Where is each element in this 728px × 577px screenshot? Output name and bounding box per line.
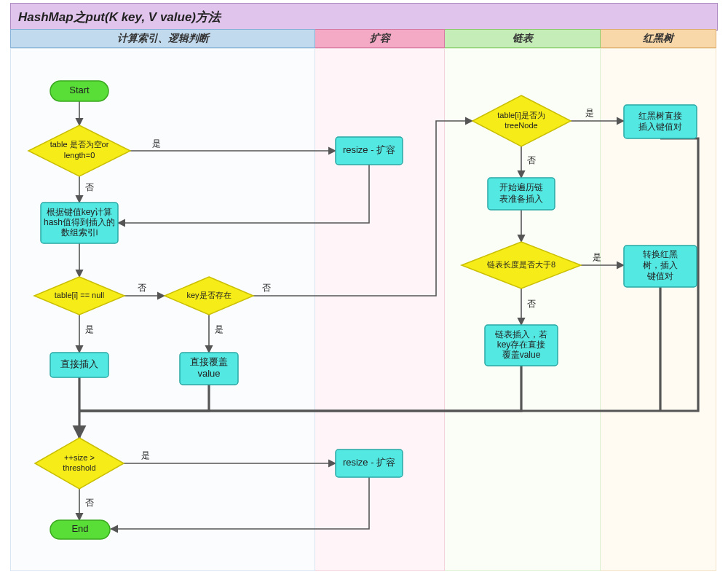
- svg-text:红黑树直接: 红黑树直接: [638, 111, 682, 121]
- svg-text:threshold: threshold: [63, 463, 95, 472]
- svg-text:hash值得到插入的: hash值得到插入的: [44, 217, 115, 227]
- svg-text:键值对: 键值对: [646, 271, 673, 281]
- svg-text:开始遍历链: 开始遍历链: [499, 182, 543, 192]
- edge-label-no: 否: [262, 283, 271, 293]
- svg-text:value: value: [197, 368, 220, 379]
- swimlane-headers: 计算索引、逻辑判断 扩容 链表 红黑树: [10, 29, 718, 48]
- svg-text:根据键值key计算: 根据键值key计算: [47, 207, 113, 217]
- edge-label-yes: 是: [593, 252, 601, 262]
- svg-text:resize - 扩容: resize - 扩容: [343, 457, 395, 468]
- svg-text:直接覆盖: 直接覆盖: [190, 356, 228, 367]
- edge-label-no: 否: [85, 182, 94, 192]
- lane-header-resize: 扩容: [315, 29, 445, 48]
- title-text: HashMap之put(K key, V value)方法: [18, 9, 221, 25]
- svg-text:数组索引i: 数组索引i: [61, 227, 98, 238]
- svg-text:覆盖value: 覆盖value: [502, 350, 541, 360]
- end-label: End: [71, 523, 88, 534]
- svg-text:链表插入，若: 链表插入，若: [494, 329, 547, 339]
- flowchart: 是 否 否 是 是 否 是 否 是 否 是 否 Start table 是否为空…: [10, 48, 716, 571]
- svg-text:++size >: ++size >: [64, 453, 95, 462]
- svg-text:转换红黑: 转换红黑: [643, 249, 678, 259]
- svg-text:table 是否为空or: table 是否为空or: [50, 140, 109, 149]
- edge-label-no: 否: [527, 155, 536, 165]
- svg-text:length=0: length=0: [64, 151, 95, 160]
- svg-text:链表长度是否大于8: 链表长度是否大于8: [486, 260, 555, 269]
- edge-label-no: 否: [85, 498, 94, 508]
- lane-header-rbtree: 红黑树: [601, 29, 716, 48]
- edge-label-yes: 是: [215, 324, 223, 334]
- edge-label-yes: 是: [85, 324, 94, 334]
- lane-header-linkedlist: 链表: [445, 29, 601, 48]
- start-label: Start: [69, 85, 90, 95]
- svg-text:直接插入: 直接插入: [60, 358, 98, 369]
- svg-text:key是否存在: key是否存在: [186, 291, 231, 299]
- edge-label-yes: 是: [585, 108, 594, 118]
- svg-text:树，插入: 树，插入: [643, 260, 678, 270]
- svg-text:table[i]是否为: table[i]是否为: [497, 111, 545, 119]
- edge-label-yes: 是: [152, 138, 161, 149]
- svg-text:插入键值对: 插入键值对: [638, 122, 682, 132]
- edge-label-no: 否: [527, 299, 536, 309]
- lane-header-index: 计算索引、逻辑判断: [10, 29, 315, 48]
- svg-text:key存在直接: key存在直接: [497, 339, 546, 350]
- edge-label-no: 否: [138, 283, 146, 293]
- svg-text:表准备插入: 表准备插入: [499, 194, 543, 204]
- svg-text:table[i] == null: table[i] == null: [55, 291, 105, 299]
- edge-label-yes: 是: [141, 450, 150, 460]
- diagram-title: HashMap之put(K key, V value)方法: [10, 3, 718, 31]
- svg-text:resize - 扩容: resize - 扩容: [343, 144, 395, 155]
- svg-text:treeNode: treeNode: [505, 121, 537, 130]
